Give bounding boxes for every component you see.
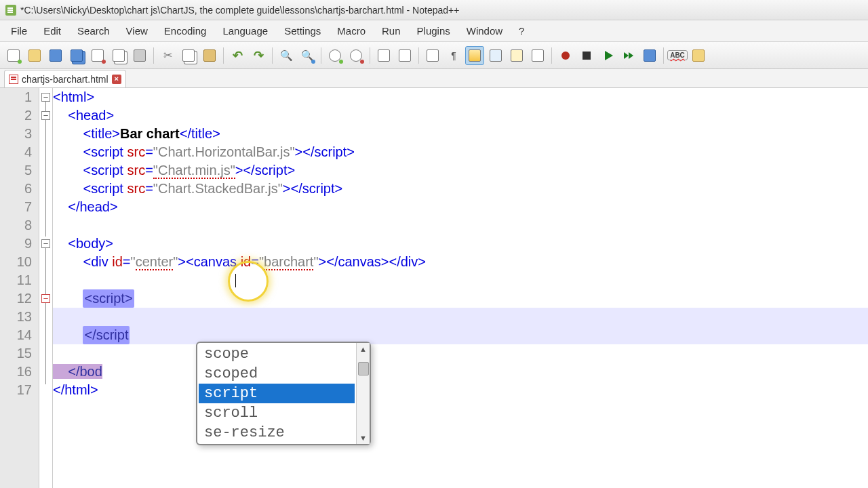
window-title: *C:\Users\Nicky\Desktop\chart js\ChartJS… bbox=[20, 5, 459, 16]
menu-run[interactable]: Run bbox=[374, 21, 409, 41]
print-button[interactable] bbox=[130, 46, 149, 65]
save-button[interactable] bbox=[46, 46, 65, 65]
sync-vscroll-button[interactable] bbox=[374, 46, 393, 65]
menu-encoding[interactable]: Encoding bbox=[156, 21, 215, 41]
macro-stop-button[interactable] bbox=[577, 46, 596, 65]
redo-button[interactable]: ↷ bbox=[249, 46, 268, 65]
close-all-button[interactable] bbox=[109, 46, 128, 65]
menu-help[interactable]: ? bbox=[511, 21, 532, 41]
fold-toggle[interactable]: − bbox=[41, 111, 50, 120]
menu-settings[interactable]: Settings bbox=[276, 21, 329, 41]
spellcheck-button[interactable]: ABC bbox=[668, 46, 687, 65]
scroll-down-icon[interactable]: ▼ bbox=[357, 432, 370, 444]
line-gutter: 123 456 789 101112 131415 1617 bbox=[0, 88, 39, 488]
zoom-in-button[interactable] bbox=[326, 46, 344, 65]
text-cursor-icon bbox=[235, 274, 236, 287]
scroll-up-icon[interactable]: ▲ bbox=[357, 343, 370, 355]
tab-bar: chartjs-barchart.html × bbox=[0, 69, 868, 88]
toolbar: ✂ ↶ ↷ 🔍 🔍 ¶ ABC bbox=[0, 42, 868, 69]
doc-map-button[interactable] bbox=[507, 46, 526, 65]
menu-view[interactable]: View bbox=[118, 21, 156, 41]
autocomplete-item[interactable]: scope bbox=[199, 344, 355, 364]
file-tab[interactable]: chartjs-barchart.html × bbox=[4, 70, 126, 87]
title-bar: *C:\Users\Nicky\Desktop\chart js\ChartJS… bbox=[0, 0, 868, 20]
autocomplete-item[interactable]: scoped bbox=[199, 364, 355, 384]
fold-toggle[interactable]: − bbox=[41, 239, 50, 248]
fold-toggle[interactable]: − bbox=[41, 93, 50, 102]
macro-ff-button[interactable] bbox=[619, 46, 638, 65]
menu-language[interactable]: Language bbox=[214, 21, 276, 41]
cut-button[interactable]: ✂ bbox=[158, 46, 177, 65]
code-area[interactable]: <html> <head> <title>Bar chart</title> <… bbox=[53, 88, 868, 488]
folder-button[interactable] bbox=[689, 46, 708, 65]
close-button[interactable] bbox=[88, 46, 107, 65]
macro-play-button[interactable] bbox=[598, 46, 617, 65]
autocomplete-item-selected[interactable]: script bbox=[199, 384, 355, 403]
autocomplete-item[interactable]: se-resize bbox=[199, 423, 355, 443]
zoom-out-button[interactable] bbox=[347, 46, 366, 65]
folder-margin-button[interactable] bbox=[486, 46, 505, 65]
copy-button[interactable] bbox=[179, 46, 198, 65]
autocomplete-popup[interactable]: scope scoped script scroll se-resize ▲ ▼ bbox=[196, 342, 371, 445]
undo-button[interactable]: ↶ bbox=[228, 46, 247, 65]
macro-save-button[interactable] bbox=[640, 46, 659, 65]
new-file-button[interactable] bbox=[4, 46, 23, 65]
tab-label: chartjs-barchart.html bbox=[22, 74, 108, 85]
scroll-thumb[interactable] bbox=[358, 362, 369, 375]
replace-button[interactable]: 🔍 bbox=[298, 46, 317, 65]
fold-column[interactable]: − − − − bbox=[39, 88, 53, 488]
paste-button[interactable] bbox=[200, 46, 219, 65]
save-all-button[interactable] bbox=[67, 46, 86, 65]
find-button[interactable]: 🔍 bbox=[277, 46, 296, 65]
menu-macro[interactable]: Macro bbox=[329, 21, 374, 41]
func-list-button[interactable] bbox=[528, 46, 547, 65]
menu-edit[interactable]: Edit bbox=[35, 21, 69, 41]
menu-window[interactable]: Window bbox=[458, 21, 511, 41]
html-file-icon bbox=[9, 75, 18, 84]
menu-file[interactable]: File bbox=[3, 21, 35, 41]
autocomplete-scrollbar[interactable]: ▲ ▼ bbox=[356, 343, 370, 444]
menu-bar: File Edit Search View Encoding Language … bbox=[0, 20, 868, 42]
tab-close-button[interactable]: × bbox=[112, 75, 121, 84]
indent-guide-button[interactable] bbox=[465, 46, 484, 65]
app-icon bbox=[5, 5, 16, 16]
code-editor[interactable]: 123 456 789 101112 131415 1617 − − − − <… bbox=[0, 88, 868, 488]
fold-toggle[interactable]: − bbox=[41, 294, 50, 303]
macro-record-button[interactable] bbox=[556, 46, 575, 65]
menu-search[interactable]: Search bbox=[69, 21, 118, 41]
wordwrap-button[interactable] bbox=[423, 46, 442, 65]
open-file-button[interactable] bbox=[25, 46, 44, 65]
menu-plugins[interactable]: Plugins bbox=[409, 21, 458, 41]
showchars-button[interactable]: ¶ bbox=[444, 46, 463, 65]
sync-hscroll-button[interactable] bbox=[395, 46, 414, 65]
autocomplete-item[interactable]: scroll bbox=[199, 403, 355, 423]
